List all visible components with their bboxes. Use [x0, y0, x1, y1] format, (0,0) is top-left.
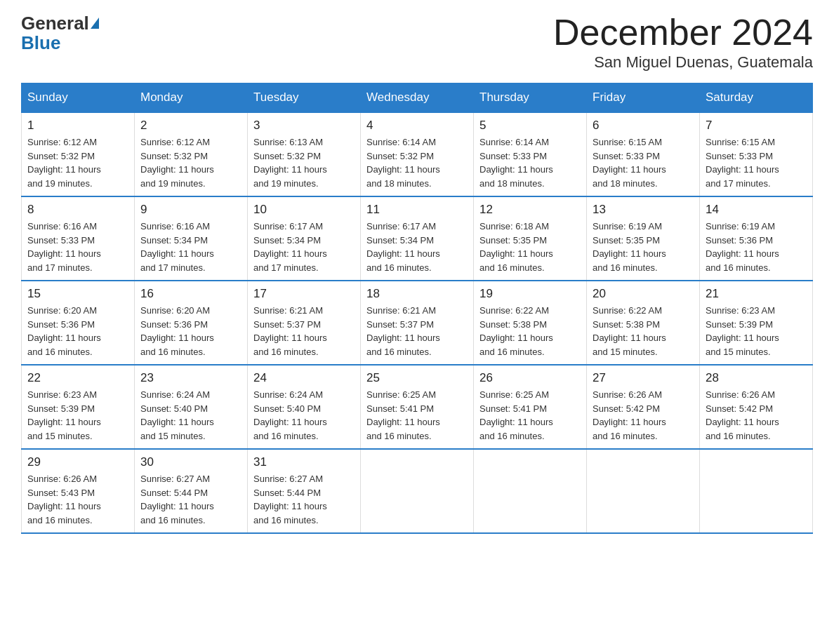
day-info: Sunrise: 6:20 AMSunset: 5:36 PMDaylight:…: [140, 305, 214, 357]
day-number: 19: [479, 287, 581, 301]
day-info: Sunrise: 6:21 AMSunset: 5:37 PMDaylight:…: [253, 305, 327, 357]
day-info: Sunrise: 6:27 AMSunset: 5:44 PMDaylight:…: [253, 474, 327, 525]
day-info: Sunrise: 6:25 AMSunset: 5:41 PMDaylight:…: [479, 389, 553, 441]
col-header-sunday: Sunday: [22, 83, 135, 113]
day-number: 3: [253, 119, 355, 133]
calendar-cell: 17Sunrise: 6:21 AMSunset: 5:37 PMDayligh…: [248, 281, 361, 365]
day-info: Sunrise: 6:19 AMSunset: 5:36 PMDaylight:…: [706, 221, 779, 273]
calendar-cell: 10Sunrise: 6:17 AMSunset: 5:34 PMDayligh…: [248, 196, 361, 281]
day-number: 8: [27, 203, 128, 217]
day-info: Sunrise: 6:17 AMSunset: 5:34 PMDaylight:…: [253, 221, 327, 273]
day-number: 20: [593, 287, 694, 301]
calendar-cell: 5Sunrise: 6:14 AMSunset: 5:33 PMDaylight…: [474, 112, 587, 196]
calendar-cell: [587, 449, 700, 533]
day-number: 22: [27, 371, 128, 385]
calendar-cell: 25Sunrise: 6:25 AMSunset: 5:41 PMDayligh…: [361, 365, 474, 449]
day-number: 12: [479, 203, 581, 217]
day-number: 31: [253, 455, 355, 469]
col-header-thursday: Thursday: [474, 83, 587, 113]
logo-general-text: General: [21, 14, 89, 32]
day-info: Sunrise: 6:15 AMSunset: 5:33 PMDaylight:…: [593, 137, 666, 189]
day-info: Sunrise: 6:24 AMSunset: 5:40 PMDaylight:…: [253, 389, 327, 441]
calendar-cell: 16Sunrise: 6:20 AMSunset: 5:36 PMDayligh…: [135, 281, 248, 365]
calendar-cell: [474, 449, 587, 533]
calendar-cell: [361, 449, 474, 533]
day-number: 30: [140, 455, 241, 469]
day-number: 13: [593, 203, 694, 217]
logo-triangle-icon: [91, 18, 99, 29]
day-number: 17: [253, 287, 355, 301]
calendar-cell: 4Sunrise: 6:14 AMSunset: 5:32 PMDaylight…: [361, 112, 474, 196]
day-number: 21: [706, 287, 807, 301]
calendar-cell: 15Sunrise: 6:20 AMSunset: 5:36 PMDayligh…: [22, 281, 135, 365]
day-number: 10: [253, 203, 355, 217]
calendar-cell: 30Sunrise: 6:27 AMSunset: 5:44 PMDayligh…: [135, 449, 248, 533]
calendar-cell: 7Sunrise: 6:15 AMSunset: 5:33 PMDaylight…: [700, 112, 813, 196]
day-number: 11: [366, 203, 468, 217]
day-info: Sunrise: 6:16 AMSunset: 5:34 PMDaylight:…: [140, 221, 214, 273]
day-number: 28: [706, 371, 807, 385]
calendar-cell: 27Sunrise: 6:26 AMSunset: 5:42 PMDayligh…: [587, 365, 700, 449]
calendar-cell: 14Sunrise: 6:19 AMSunset: 5:36 PMDayligh…: [700, 196, 813, 281]
day-number: 2: [140, 119, 241, 133]
week-row-5: 29Sunrise: 6:26 AMSunset: 5:43 PMDayligh…: [22, 449, 813, 533]
day-info: Sunrise: 6:26 AMSunset: 5:42 PMDaylight:…: [593, 389, 666, 441]
calendar-header-row: SundayMondayTuesdayWednesdayThursdayFrid…: [22, 83, 813, 113]
calendar-cell: 23Sunrise: 6:24 AMSunset: 5:40 PMDayligh…: [135, 365, 248, 449]
day-info: Sunrise: 6:12 AMSunset: 5:32 PMDaylight:…: [27, 137, 101, 189]
calendar-cell: 31Sunrise: 6:27 AMSunset: 5:44 PMDayligh…: [248, 449, 361, 533]
day-info: Sunrise: 6:12 AMSunset: 5:32 PMDaylight:…: [140, 137, 214, 189]
day-number: 1: [27, 119, 128, 133]
day-info: Sunrise: 6:23 AMSunset: 5:39 PMDaylight:…: [706, 305, 779, 357]
week-row-3: 15Sunrise: 6:20 AMSunset: 5:36 PMDayligh…: [22, 281, 813, 365]
calendar-cell: 26Sunrise: 6:25 AMSunset: 5:41 PMDayligh…: [474, 365, 587, 449]
title-area: December 2024 San Miguel Duenas, Guatema…: [553, 14, 813, 72]
calendar-cell: 24Sunrise: 6:24 AMSunset: 5:40 PMDayligh…: [248, 365, 361, 449]
day-info: Sunrise: 6:22 AMSunset: 5:38 PMDaylight:…: [479, 305, 553, 357]
calendar-table: SundayMondayTuesdayWednesdayThursdayFrid…: [21, 83, 813, 534]
day-number: 7: [706, 119, 807, 133]
page-header: General Blue December 2024 San Miguel Du…: [21, 14, 813, 72]
calendar-cell: 28Sunrise: 6:26 AMSunset: 5:42 PMDayligh…: [700, 365, 813, 449]
calendar-cell: 13Sunrise: 6:19 AMSunset: 5:35 PMDayligh…: [587, 196, 700, 281]
calendar-cell: 9Sunrise: 6:16 AMSunset: 5:34 PMDaylight…: [135, 196, 248, 281]
calendar-cell: 6Sunrise: 6:15 AMSunset: 5:33 PMDaylight…: [587, 112, 700, 196]
day-number: 18: [366, 287, 468, 301]
day-number: 5: [479, 119, 581, 133]
calendar-cell: 21Sunrise: 6:23 AMSunset: 5:39 PMDayligh…: [700, 281, 813, 365]
day-info: Sunrise: 6:22 AMSunset: 5:38 PMDaylight:…: [593, 305, 666, 357]
calendar-cell: 22Sunrise: 6:23 AMSunset: 5:39 PMDayligh…: [22, 365, 135, 449]
calendar-cell: 2Sunrise: 6:12 AMSunset: 5:32 PMDaylight…: [135, 112, 248, 196]
day-number: 23: [140, 371, 241, 385]
week-row-2: 8Sunrise: 6:16 AMSunset: 5:33 PMDaylight…: [22, 196, 813, 281]
day-number: 4: [366, 119, 468, 133]
day-number: 16: [140, 287, 241, 301]
day-info: Sunrise: 6:17 AMSunset: 5:34 PMDaylight:…: [366, 221, 440, 273]
day-number: 29: [27, 455, 128, 469]
location-title: San Miguel Duenas, Guatemala: [553, 53, 813, 72]
calendar-cell: [700, 449, 813, 533]
day-info: Sunrise: 6:26 AMSunset: 5:43 PMDaylight:…: [27, 474, 101, 525]
calendar-cell: 3Sunrise: 6:13 AMSunset: 5:32 PMDaylight…: [248, 112, 361, 196]
week-row-4: 22Sunrise: 6:23 AMSunset: 5:39 PMDayligh…: [22, 365, 813, 449]
col-header-tuesday: Tuesday: [248, 83, 361, 113]
calendar-cell: 11Sunrise: 6:17 AMSunset: 5:34 PMDayligh…: [361, 196, 474, 281]
week-row-1: 1Sunrise: 6:12 AMSunset: 5:32 PMDaylight…: [22, 112, 813, 196]
col-header-monday: Monday: [135, 83, 248, 113]
col-header-saturday: Saturday: [700, 83, 813, 113]
day-info: Sunrise: 6:19 AMSunset: 5:35 PMDaylight:…: [593, 221, 666, 273]
day-info: Sunrise: 6:20 AMSunset: 5:36 PMDaylight:…: [27, 305, 101, 357]
day-info: Sunrise: 6:14 AMSunset: 5:32 PMDaylight:…: [366, 137, 440, 189]
day-info: Sunrise: 6:23 AMSunset: 5:39 PMDaylight:…: [27, 389, 101, 441]
col-header-wednesday: Wednesday: [361, 83, 474, 113]
day-info: Sunrise: 6:14 AMSunset: 5:33 PMDaylight:…: [479, 137, 553, 189]
calendar-cell: 20Sunrise: 6:22 AMSunset: 5:38 PMDayligh…: [587, 281, 700, 365]
logo-blue-text: Blue: [21, 32, 60, 53]
logo: General Blue: [21, 14, 99, 54]
day-number: 6: [593, 119, 694, 133]
month-title: December 2024: [553, 14, 813, 51]
day-info: Sunrise: 6:16 AMSunset: 5:33 PMDaylight:…: [27, 221, 101, 273]
col-header-friday: Friday: [587, 83, 700, 113]
day-number: 25: [366, 371, 468, 385]
day-number: 9: [140, 203, 241, 217]
